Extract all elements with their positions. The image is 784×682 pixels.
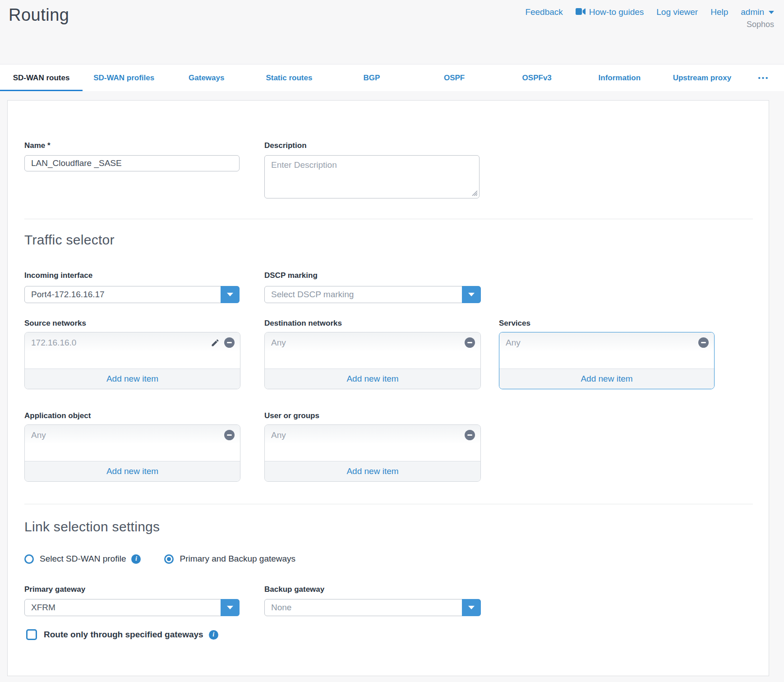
tab-upstream-proxy[interactable]: Upstream proxy (661, 65, 743, 91)
route-only-checkbox[interactable] (26, 629, 37, 640)
link-selection-radio-group: Select SD-WAN profile i Primary and Back… (24, 554, 295, 564)
traffic-selector-heading: Traffic selector (24, 232, 115, 248)
primary-gateway-label: Primary gateway (24, 585, 85, 594)
add-new-item-button[interactable]: Add new item (25, 369, 240, 389)
dscp-marking-label: DSCP marking (264, 271, 318, 280)
destination-networks-box: Any Add new item (264, 332, 481, 389)
name-label: Name * (24, 141, 51, 150)
brand-label: Sophos (747, 20, 774, 29)
user-or-groups-label: User or groups (264, 411, 319, 420)
remove-item-icon[interactable] (465, 430, 475, 440)
tab-bgp[interactable]: BGP (330, 65, 413, 91)
dropdown-button[interactable] (462, 599, 481, 616)
triangle-down-icon (468, 293, 475, 296)
section-divider (24, 219, 753, 219)
list-item: 172.16.16.0 (25, 332, 240, 353)
add-new-item-button[interactable]: Add new item (25, 461, 240, 481)
source-network-value: 172.16.16.0 (31, 338, 210, 348)
user-or-groups-value: Any (271, 430, 465, 440)
sdwan-route-form-card: Name * Description Traffic selector Inco… (7, 100, 769, 676)
tab-ospfv3[interactable]: OSPFv3 (496, 65, 578, 91)
triangle-down-icon (468, 606, 475, 609)
admin-menu[interactable]: admin (741, 7, 774, 17)
item-list-empty-area (25, 353, 240, 369)
source-networks-box: 172.16.16.0 Add new item (24, 332, 240, 389)
dropdown-button[interactable] (221, 286, 240, 303)
radio-sdwan-profile-label: Select SD-WAN profile (40, 554, 126, 564)
route-only-label: Route only through specified gateways (44, 630, 203, 640)
list-item: Any (265, 425, 480, 445)
tabs-more-button[interactable]: ••• (743, 65, 784, 91)
help-label: Help (710, 7, 728, 17)
backup-gateway-value: None (265, 603, 462, 613)
triangle-down-icon (227, 293, 233, 296)
radio-primary-backup-gateways[interactable] (164, 554, 174, 564)
admin-label: admin (741, 7, 764, 17)
item-list-empty-area (265, 353, 480, 369)
info-icon[interactable]: i (131, 554, 141, 564)
chevron-down-icon (769, 11, 774, 14)
list-item: Any (25, 425, 240, 445)
item-list-empty-area (25, 445, 240, 461)
tab-information[interactable]: Information (578, 65, 661, 91)
application-object-label: Application object (24, 411, 91, 420)
tab-ospf[interactable]: OSPF (413, 65, 496, 91)
application-object-box: Any Add new item (24, 424, 240, 482)
source-networks-label: Source networks (24, 319, 86, 328)
add-new-item-button[interactable]: Add new item (265, 461, 480, 481)
incoming-interface-value: Port4-172.16.16.17 (25, 290, 221, 300)
item-list-empty-area (265, 445, 480, 461)
name-input[interactable] (24, 155, 240, 171)
tab-bar: SD-WAN routes SD-WAN profiles Gateways S… (0, 64, 784, 91)
log-viewer-label: Log viewer (656, 7, 698, 17)
tab-static-routes[interactable]: Static routes (248, 65, 330, 91)
radio-sdwan-profile[interactable] (24, 554, 34, 564)
destination-network-value: Any (271, 338, 465, 348)
tab-sdwan-routes[interactable]: SD-WAN routes (0, 65, 83, 91)
backup-gateway-select[interactable]: None (264, 599, 481, 616)
remove-item-icon[interactable] (224, 430, 235, 440)
list-item: Any (499, 332, 714, 353)
feedback-link[interactable]: Feedback (525, 7, 563, 17)
incoming-interface-select[interactable]: Port4-172.16.16.17 (24, 286, 240, 303)
remove-item-icon[interactable] (465, 337, 475, 348)
dscp-marking-placeholder: Select DSCP marking (265, 290, 462, 300)
dropdown-button[interactable] (462, 286, 481, 303)
dscp-marking-select[interactable]: Select DSCP marking (264, 286, 481, 303)
primary-gateway-select[interactable]: XFRM (24, 599, 240, 616)
services-label: Services (499, 319, 530, 328)
feedback-label: Feedback (525, 7, 563, 17)
remove-item-icon[interactable] (698, 337, 709, 348)
list-item: Any (265, 332, 480, 353)
log-viewer-link[interactable]: Log viewer (656, 7, 698, 17)
add-new-item-button[interactable]: Add new item (265, 369, 480, 389)
remove-item-icon[interactable] (224, 337, 235, 348)
triangle-down-icon (227, 606, 233, 609)
services-box: Any Add new item (499, 332, 715, 389)
primary-gateway-value: XFRM (25, 603, 221, 613)
user-or-groups-box: Any Add new item (264, 424, 481, 482)
top-nav: Feedback How-to guides Log viewer Help a… (525, 7, 774, 17)
application-object-value: Any (31, 430, 224, 440)
tab-gateways[interactable]: Gateways (165, 65, 248, 91)
edit-icon[interactable] (210, 338, 220, 348)
help-link[interactable]: Help (710, 7, 728, 17)
service-value: Any (506, 338, 698, 348)
tab-sdwan-profiles[interactable]: SD-WAN profiles (83, 65, 165, 91)
link-selection-heading: Link selection settings (24, 519, 160, 535)
backup-gateway-label: Backup gateway (264, 585, 324, 594)
item-list-empty-area (499, 353, 714, 369)
video-camera-icon (576, 7, 586, 17)
description-label: Description (264, 141, 307, 150)
howto-guides-label: How-to guides (589, 7, 644, 17)
incoming-interface-label: Incoming interface (24, 271, 92, 280)
howto-guides-link[interactable]: How-to guides (576, 7, 644, 17)
description-input[interactable] (264, 155, 480, 198)
destination-networks-label: Destination networks (264, 319, 342, 328)
route-only-row: Route only through specified gateways i (26, 629, 218, 640)
info-icon[interactable]: i (209, 630, 218, 640)
page-title: Routing (9, 5, 69, 25)
section-divider (24, 504, 753, 504)
dropdown-button[interactable] (221, 599, 240, 616)
add-new-item-button[interactable]: Add new item (499, 369, 714, 389)
